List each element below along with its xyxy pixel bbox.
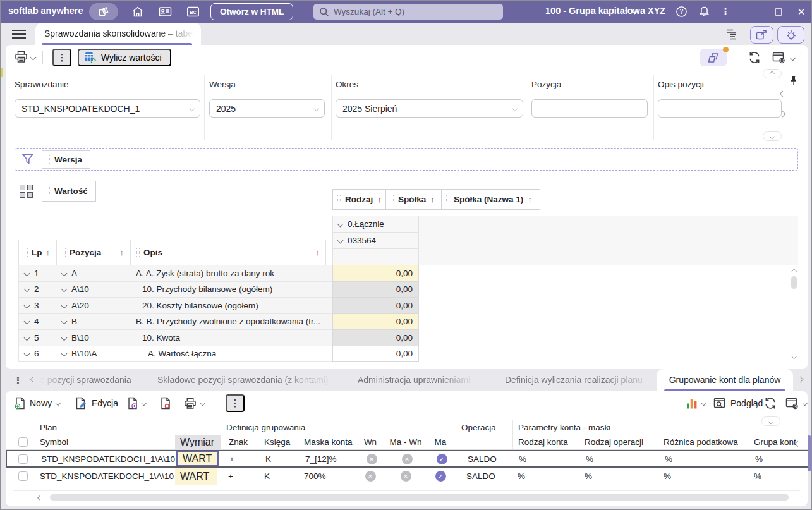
ksiega-cell[interactable]: K bbox=[258, 451, 298, 466]
rodzaj-konta-cell[interactable]: % bbox=[512, 468, 579, 485]
settings-dropdown-chevron-icon[interactable] bbox=[790, 55, 796, 61]
operacja-cell[interactable]: SALDO bbox=[457, 451, 514, 466]
row-expand-icon[interactable] bbox=[61, 334, 68, 341]
bc-module-icon[interactable]: BC bbox=[186, 6, 200, 18]
col-wn[interactable]: Wn bbox=[354, 435, 386, 449]
group-chip-wersja[interactable]: Wersja bbox=[42, 150, 90, 169]
x-circle-icon[interactable]: ✕ bbox=[402, 454, 413, 464]
group-by-drop-zone[interactable]: Wersja bbox=[15, 148, 798, 171]
col-rodzaj-operacji[interactable]: Rodzaj operacji bbox=[579, 435, 658, 449]
bottom-tabs-kebab-menu[interactable]: ⋮ bbox=[13, 375, 23, 386]
chart-dropdown-chevron-icon[interactable] bbox=[701, 401, 706, 406]
wersja-select[interactable]: 2025 bbox=[209, 99, 325, 118]
x-circle-icon[interactable]: ✕ bbox=[401, 471, 411, 482]
rodzaj-operacji-cell[interactable]: % bbox=[581, 451, 660, 466]
print-icon[interactable] bbox=[15, 51, 28, 63]
table-row[interactable]: 5 B\10 10. Kwota 0,00 bbox=[18, 330, 798, 346]
operacja-cell[interactable]: SALDO bbox=[456, 468, 512, 485]
new-dropdown-chevron-icon[interactable] bbox=[56, 401, 61, 406]
row-expand-icon[interactable] bbox=[61, 351, 68, 357]
x-circle-icon[interactable]: ✕ bbox=[365, 471, 376, 482]
grupa-kont-cell[interactable]: % bbox=[750, 451, 808, 466]
share-button[interactable] bbox=[750, 26, 773, 44]
collapse-grid-button[interactable] bbox=[761, 416, 780, 426]
tree-view-icon[interactable] bbox=[726, 28, 740, 40]
value-cell[interactable]: 0,00 bbox=[332, 282, 419, 298]
column-chip-spolka-nazwa[interactable]: Spółka (Nazwa 1)↑ bbox=[441, 189, 540, 210]
window-settings-icon[interactable] bbox=[785, 394, 807, 412]
row-checkbox[interactable] bbox=[18, 471, 28, 481]
znak-cell[interactable]: + bbox=[221, 468, 257, 485]
pivot-row-group-033564[interactable]: 033564 bbox=[332, 232, 419, 249]
check-circle-icon[interactable]: ✓ bbox=[437, 454, 447, 464]
calc-values-button[interactable]: Wylicz wartości bbox=[78, 49, 171, 66]
collapse-filters-button[interactable] bbox=[763, 69, 782, 78]
horizontal-scrollbar-thumb[interactable] bbox=[50, 494, 789, 501]
row-expand-icon[interactable] bbox=[61, 302, 68, 308]
open-in-html-button[interactable]: Otwórz w HTML bbox=[210, 3, 293, 20]
collapse-group-icon[interactable] bbox=[337, 238, 344, 244]
preview-button[interactable]: Podgląd bbox=[713, 394, 763, 412]
column-chip-spolka[interactable]: Spółka↑ bbox=[385, 189, 443, 210]
measure-chip-wartosc[interactable]: Wartość bbox=[42, 181, 96, 202]
workspace-pill-button[interactable] bbox=[700, 49, 727, 66]
chart-button[interactable] bbox=[686, 394, 706, 412]
tab-definicja-wyliczania[interactable]: Definicja wyliczania realizacji planu bbox=[505, 375, 660, 385]
opis-pozycji-input[interactable] bbox=[658, 99, 782, 118]
wymiar-cell-focused[interactable]: WART bbox=[176, 451, 219, 466]
column-header-opis[interactable]: Opis↑ bbox=[130, 240, 326, 265]
pin-icon[interactable] bbox=[789, 75, 798, 86]
row-expand-icon[interactable] bbox=[24, 302, 30, 308]
value-cell[interactable]: 0,00 bbox=[332, 265, 419, 282]
vertical-scrollbar-thumb[interactable] bbox=[791, 276, 797, 289]
roznica-podatkowa-cell[interactable]: % bbox=[660, 451, 750, 466]
maska-konta-cell[interactable]: 7_[12]% bbox=[298, 451, 356, 466]
value-cell[interactable]: 0,00 bbox=[332, 314, 419, 331]
tab-sprawozdania-skonsolidowane[interactable]: Sprawozdania skonsolidowane – tabela bbox=[35, 23, 201, 45]
symbol-cell[interactable]: STD_KNSPODATEKDOCH_1\A\10 bbox=[35, 468, 175, 485]
column-header-pozycja[interactable]: Pozycja↑ bbox=[56, 240, 130, 265]
col-maska-konta[interactable]: Maska konta bbox=[296, 435, 354, 449]
collapse-group-icon[interactable] bbox=[337, 221, 344, 228]
context-selector[interactable]: 100 - Grupa kapitałowa XYZ bbox=[545, 6, 665, 16]
suggestions-bulb-button[interactable] bbox=[777, 26, 804, 44]
scrollbar-left-icon[interactable] bbox=[38, 495, 43, 501]
refresh-icon[interactable] bbox=[764, 394, 777, 412]
help-icon[interactable]: ? bbox=[676, 6, 688, 18]
rodzaj-operacji-cell[interactable]: % bbox=[579, 468, 658, 485]
table-row[interactable]: STD_KNSPODATEKDOCH_1\A\10 WART + K 7_[12… bbox=[6, 450, 808, 468]
print-dropdown-chevron-icon[interactable] bbox=[30, 54, 37, 61]
table-row[interactable]: 6 B\10\A A. Wartość łączna 0,00 bbox=[18, 346, 798, 363]
row-expand-icon[interactable] bbox=[24, 334, 30, 341]
row-expand-icon[interactable] bbox=[61, 286, 68, 293]
table-row[interactable]: 1 A A. A. Zysk (strata) brutto za dany r… bbox=[18, 265, 798, 282]
table-row[interactable]: 2 A\10 10. Przychody bilansowe (ogółem) … bbox=[18, 282, 798, 298]
workspace-switcher-button[interactable] bbox=[89, 3, 118, 20]
close-button[interactable]: ✕ bbox=[791, 1, 812, 23]
bottom-toolbar-kebab-menu[interactable]: ⋮ bbox=[226, 394, 245, 412]
value-cell[interactable]: 0,00 bbox=[332, 346, 419, 363]
select-all-checkbox[interactable] bbox=[18, 437, 28, 447]
check-circle-icon[interactable]: ✓ bbox=[435, 471, 446, 482]
znak-cell[interactable]: + bbox=[222, 451, 258, 466]
search-input[interactable]: Wyszukaj (Alt + Q) bbox=[313, 4, 503, 20]
bottom-tabs-scroll-right-icon[interactable] bbox=[797, 377, 804, 383]
filter-nav-left-icon[interactable] bbox=[780, 91, 786, 97]
tab-skladowe-pozycji[interactable]: Składowe pozycji sprawozdania (z kontami… bbox=[157, 375, 341, 385]
grupa-kont-cell[interactable]: % bbox=[749, 468, 808, 485]
bottom-tabs-scroll-left-icon[interactable] bbox=[30, 377, 37, 383]
new-button[interactable]: Nowy bbox=[15, 394, 60, 412]
maximize-button[interactable] bbox=[768, 1, 789, 23]
info-dropdown-chevron-icon[interactable] bbox=[142, 401, 147, 406]
contact-card-icon[interactable] bbox=[159, 6, 172, 18]
ksiega-cell[interactable]: K bbox=[257, 468, 296, 485]
pivot-layout-icon[interactable] bbox=[20, 185, 33, 198]
row-expand-icon[interactable] bbox=[24, 286, 30, 293]
okres-select[interactable]: 2025 Sierpień bbox=[336, 99, 523, 118]
home-icon[interactable] bbox=[131, 6, 144, 18]
pivot-row-group-lacznie[interactable]: 0.Łącznie bbox=[332, 216, 419, 233]
print-dropdown-chevron-icon[interactable] bbox=[200, 401, 205, 406]
maska-konta-cell[interactable]: 700% bbox=[296, 468, 354, 485]
delete-button[interactable] bbox=[160, 394, 171, 412]
column-header-lp[interactable]: Lp↑ bbox=[18, 240, 56, 265]
